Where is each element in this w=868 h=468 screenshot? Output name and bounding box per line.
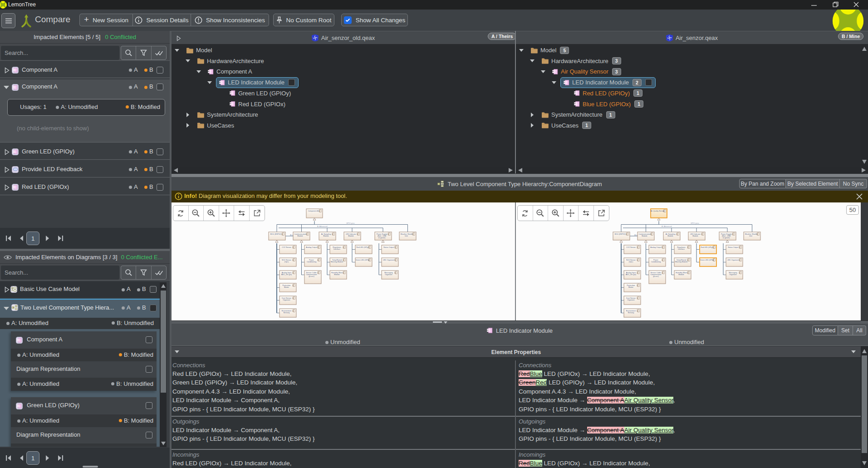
svg-text:Air Quality Sensor: Air Quality Sensor bbox=[651, 210, 665, 212]
svg-text:MCU (ESP32): MCU (ESP32) bbox=[270, 233, 281, 235]
svg-text:Red LED (GPy): Red LED (GPy) bbox=[356, 246, 368, 248]
svg-text:GPIO pins: GPIO pins bbox=[691, 222, 699, 224]
svg-text:Unit: Unit bbox=[405, 235, 408, 237]
svg-text:Module: Module bbox=[678, 274, 684, 276]
svg-text:or green): or green) bbox=[723, 237, 730, 239]
svg-text:Green LED (GPx): Green LED (GPx) bbox=[700, 259, 714, 261]
svg-text:Sensory: Sensory bbox=[628, 312, 634, 314]
svg-text:Conditioning: Conditioning bbox=[651, 261, 661, 263]
svg-text:LED Organizer: LED Organizer bbox=[383, 259, 395, 261]
svg-text:Module: Module bbox=[334, 274, 339, 276]
svg-text:A. Advanced: A. Advanced bbox=[662, 225, 672, 227]
svg-text:(Opt.): (Opt.) bbox=[284, 261, 289, 263]
svg-text:Status Output: Status Output bbox=[728, 246, 739, 248]
svg-text:ADC_Vin (px): ADC_Vin (px) bbox=[281, 274, 292, 276]
svg-text:Warning Module: Warning Module bbox=[331, 261, 343, 263]
svg-text:Organizer: Organizer bbox=[729, 274, 737, 276]
svg-text:Unit: Unit bbox=[749, 235, 753, 237]
svg-text:Matter: Matter bbox=[284, 286, 289, 288]
svg-text:MCU (ESP32): MCU (ESP32) bbox=[614, 233, 626, 235]
svg-text:Matter: Matter bbox=[628, 286, 633, 288]
svg-text:Module: Module bbox=[348, 235, 353, 237]
svg-text:(Opt.): (Opt.) bbox=[629, 261, 633, 263]
svg-text:Organizer: Organizer bbox=[627, 299, 635, 301]
svg-text:ADC_Vin (px): ADC_Vin (px) bbox=[626, 274, 637, 276]
svg-text:Analog Output: Analog Output bbox=[306, 246, 317, 248]
svg-text:GPIO pins: GPIO pins bbox=[346, 222, 354, 224]
svg-text:Conditioning: Conditioning bbox=[307, 261, 316, 263]
svg-text:(p+vcc): (p+vcc) bbox=[309, 276, 314, 277]
svg-text:or green): or green) bbox=[378, 237, 386, 239]
svg-text:Module: Module bbox=[667, 235, 673, 237]
svg-text:Organizer: Organizer bbox=[385, 274, 392, 276]
svg-text:Interface: Interface bbox=[333, 248, 340, 250]
svg-text:Module: Module bbox=[323, 235, 329, 237]
svg-text:CO2 Sensor: CO2 Sensor bbox=[282, 246, 292, 248]
svg-text:Module: Module bbox=[297, 235, 303, 237]
svg-text:Red LED (GPy): Red LED (GPy) bbox=[701, 246, 713, 248]
svg-text:(p+vcc): (p+vcc) bbox=[653, 276, 659, 277]
svg-text:Module: Module bbox=[642, 235, 647, 237]
svg-text:Analog Output: Analog Output bbox=[650, 246, 662, 248]
svg-text:Status Output: Status Output bbox=[383, 246, 394, 248]
svg-text:CO2 Sensor: CO2 Sensor bbox=[626, 246, 636, 248]
svg-text:Interface: Interface bbox=[678, 248, 685, 250]
svg-text:Green LED (GPx): Green LED (GPx) bbox=[356, 259, 370, 261]
svg-text:LED Organizer: LED Organizer bbox=[727, 259, 739, 261]
svg-text:Sensory: Sensory bbox=[284, 312, 290, 314]
svg-text:Module: Module bbox=[692, 235, 698, 237]
svg-text:Organizer: Organizer bbox=[283, 299, 290, 301]
svg-text:Component A: Component A bbox=[308, 210, 318, 212]
svg-text:A. Advanced: A. Advanced bbox=[317, 225, 327, 227]
svg-text:Warning Module: Warning Module bbox=[675, 261, 688, 263]
